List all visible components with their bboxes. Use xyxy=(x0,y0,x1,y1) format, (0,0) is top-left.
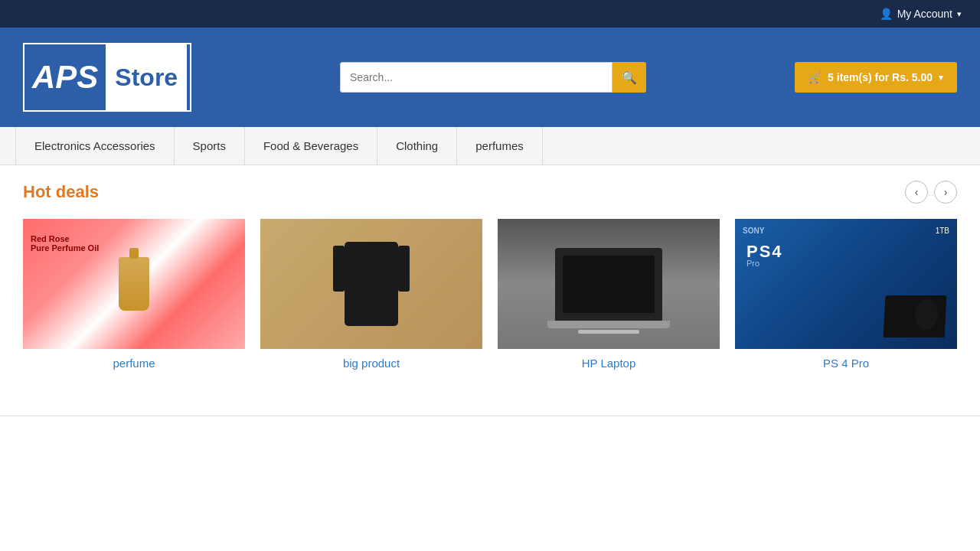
logo-store-box: Store xyxy=(106,43,187,112)
search-container: 🔍 xyxy=(340,62,646,93)
product-card-perfume[interactable]: Red RosePure Perfume Oil perfume xyxy=(23,219,245,370)
product-image-laptop xyxy=(498,219,720,349)
carousel-nav: ‹ › xyxy=(905,181,957,204)
ps4-badge: 1TB xyxy=(936,227,949,235)
product-card-clothing[interactable]: big product xyxy=(260,219,482,370)
header: APS Store 🔍 🛒 5 item(s) for Rs. 5.00 ▾ xyxy=(0,28,980,127)
perfume-placeholder: Red RosePure Perfume Oil xyxy=(23,219,245,349)
nav-item-sports[interactable]: Sports xyxy=(175,127,245,165)
navigation: Electronics Accessories Sports Food & Be… xyxy=(0,127,980,165)
nav-item-electronics[interactable]: Electronics Accessories xyxy=(15,127,175,165)
clothing-placeholder xyxy=(260,219,482,349)
main-content: Hot deals ‹ › Red RosePure Perfume Oil p… xyxy=(0,165,980,385)
product-name-clothing: big product xyxy=(343,357,400,370)
logo[interactable]: APS Store xyxy=(23,43,191,112)
laptop-placeholder xyxy=(498,219,720,349)
product-card-laptop[interactable]: HP Laptop xyxy=(498,219,720,370)
products-grid: Red RosePure Perfume Oil perfume big pro… xyxy=(23,219,957,370)
clothing-shape xyxy=(345,242,398,326)
cart-caret-icon: ▾ xyxy=(939,73,943,83)
product-card-ps4[interactable]: SONY 1TB PS4 Pro PS 4 Pro xyxy=(735,219,957,370)
ps4-pro-label: Pro xyxy=(746,259,760,268)
top-bar: 👤 My Account ▾ xyxy=(0,0,980,28)
cart-icon: 🛒 xyxy=(808,71,822,83)
sony-label: SONY xyxy=(743,227,764,235)
account-caret-icon: ▾ xyxy=(957,9,962,19)
ps4-placeholder: SONY 1TB PS4 Pro xyxy=(735,219,957,349)
search-icon: 🔍 xyxy=(622,70,637,85)
cart-button[interactable]: 🛒 5 item(s) for Rs. 5.00 ▾ xyxy=(795,62,957,93)
perfume-bottle-shape xyxy=(119,257,149,311)
search-input[interactable] xyxy=(340,62,612,93)
footer-divider xyxy=(0,416,980,416)
product-image-clothing xyxy=(260,219,482,349)
nav-item-food[interactable]: Food & Beverages xyxy=(245,127,377,165)
user-icon: 👤 xyxy=(880,8,893,20)
prev-arrow-button[interactable]: ‹ xyxy=(905,181,928,204)
my-account-menu[interactable]: 👤 My Account ▾ xyxy=(880,8,962,20)
hot-deals-title: Hot deals xyxy=(23,182,99,202)
search-button[interactable]: 🔍 xyxy=(612,62,646,93)
product-image-perfume: Red RosePure Perfume Oil xyxy=(23,219,245,349)
product-name-laptop: HP Laptop xyxy=(582,357,636,370)
next-arrow-button[interactable]: › xyxy=(934,181,957,204)
my-account-label: My Account xyxy=(897,8,952,20)
nav-item-perfumes[interactable]: perfumes xyxy=(457,127,543,165)
red-rose-label: Red RosePure Perfume Oil xyxy=(31,234,99,253)
product-name-ps4: PS 4 Pro xyxy=(823,357,869,370)
cart-label: 5 item(s) for Rs. 5.00 xyxy=(828,71,933,83)
logo-aps-text: APS xyxy=(24,59,106,96)
logo-store-text: Store xyxy=(115,64,178,92)
controller-shape xyxy=(915,299,938,330)
hot-deals-header: Hot deals ‹ › xyxy=(23,181,957,204)
product-image-ps4: SONY 1TB PS4 Pro xyxy=(735,219,957,349)
nav-item-clothing[interactable]: Clothing xyxy=(377,127,457,165)
product-name-perfume: perfume xyxy=(113,357,155,370)
